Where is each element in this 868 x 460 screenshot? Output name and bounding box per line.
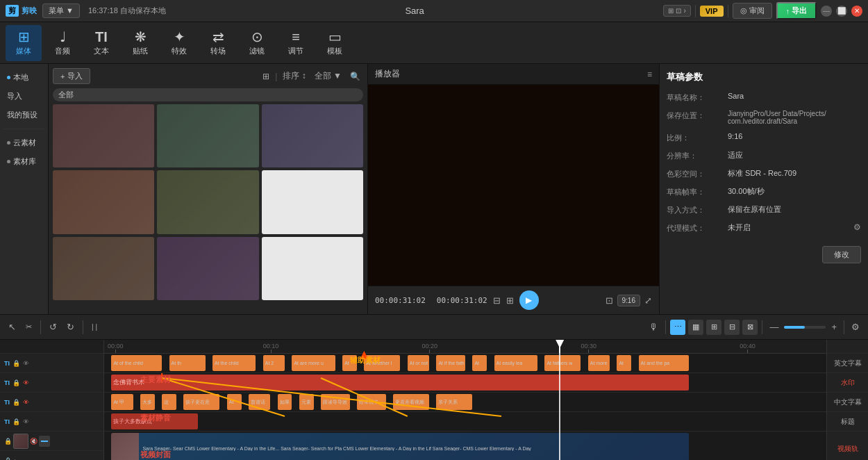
tool-sticker[interactable]: ❋ 贴纸 — [122, 25, 158, 61]
expand-button[interactable]: ⤢ — [644, 295, 652, 306]
play-button[interactable]: ▶ — [519, 290, 539, 310]
tool-effects[interactable]: ✦ 特效 — [161, 25, 197, 61]
param-path-label: 保存位置： — [667, 110, 722, 121]
zoom-slider[interactable] — [784, 326, 826, 329]
clip-1-12[interactable]: At fathers w — [544, 355, 581, 371]
tool-media[interactable]: ⊞ 媒体 — [6, 25, 42, 61]
clip-1-7[interactable]: At whether l — [364, 355, 400, 371]
sidebar-item-library[interactable]: 素材库 — [3, 154, 45, 170]
zoom-in-button[interactable]: + — [828, 320, 840, 334]
tool-text[interactable]: TI 文本 — [83, 25, 119, 61]
clip-3-11[interactable]: 更喜意看视频 — [393, 394, 429, 410]
close-button[interactable]: ✕ — [851, 6, 862, 17]
track-main-icon[interactable]: ▦ — [688, 320, 703, 335]
tool-template[interactable]: ▭ 模板 — [317, 25, 353, 61]
clip-3-7[interactable]: 如果 — [278, 394, 292, 410]
media-thumb-9[interactable] — [262, 237, 363, 300]
clip-1-15[interactable]: At and the pa — [639, 355, 690, 371]
tool-filter[interactable]: ⊙ 滤镜 — [239, 25, 275, 61]
filter-tag-all[interactable]: 全部 — [53, 88, 363, 101]
adjust-label: 调节 — [288, 46, 303, 56]
review-button[interactable]: ◎ 审阅 — [733, 3, 772, 19]
clip-3-12[interactable]: 亲子关系 — [436, 394, 472, 410]
sidebar-item-local[interactable]: 本地 — [3, 69, 45, 85]
clip-3-3[interactable]: 这 — [162, 394, 176, 410]
clip-3-8[interactable]: 元素 — [299, 394, 314, 410]
track-link-icon[interactable]: ⊞ — [706, 320, 721, 335]
maximize-button[interactable]: ⬜ — [836, 6, 847, 17]
clip-1-13[interactable]: At more — [588, 355, 610, 371]
split-button[interactable]: | | — [89, 322, 100, 332]
clip-1-3[interactable]: At the child — [212, 355, 256, 371]
tool-transition[interactable]: ⇄ 转场 — [200, 25, 236, 61]
clip-1-9[interactable]: At if the fath — [436, 355, 465, 371]
voice-record-button[interactable]: 🎙 — [646, 320, 661, 334]
clip-1-10[interactable]: At — [472, 355, 487, 371]
video-clips-strip[interactable]: Sara Seager- Sear CMS Lower Elementary -… — [111, 433, 689, 460]
grid-view-button[interactable]: ⊞ — [260, 70, 272, 83]
clip-1-11[interactable]: At easily lea — [494, 355, 537, 371]
clip-3-10[interactable]: 经常玩了 — [357, 394, 386, 410]
vip-badge[interactable]: VIP — [700, 6, 724, 17]
timeline-tracks-area[interactable]: 00:00 00:10 00:20 00:30 — [104, 340, 826, 460]
filter-all-button[interactable]: 全部 ▼ — [312, 69, 344, 83]
clip-1-2[interactable]: At th — [169, 355, 206, 371]
zoom-out-button[interactable]: — — [767, 320, 781, 334]
video-vol-bar[interactable] — [39, 436, 50, 447]
minimize-button[interactable]: — — [821, 6, 832, 17]
sort-button[interactable]: 排序 ↕ — [280, 69, 308, 83]
text-icon: TI — [95, 30, 108, 44]
media-thumb-5[interactable] — [157, 170, 258, 233]
clip-1-4[interactable]: At 2 — [263, 355, 285, 371]
export-button[interactable]: ↑ 导出 — [776, 2, 817, 19]
cursor-tool[interactable]: ↖ — [6, 320, 19, 334]
media-thumb-4[interactable] — [53, 170, 154, 233]
frame-back-button[interactable]: ⊟ — [493, 295, 501, 306]
track-split-icon[interactable]: ⊟ — [724, 320, 740, 335]
clip-3-6[interactable]: 普谱话 — [249, 394, 270, 410]
ruler-mark-40: 00:40 — [740, 343, 756, 353]
track4-lock: 🔒 — [12, 418, 20, 425]
track-unlink-icon[interactable]: ⊠ — [742, 320, 758, 335]
track-connect-icon[interactable]: ⋯ — [670, 320, 685, 335]
preview-video — [368, 85, 659, 286]
clip-2-main[interactable]: 念佛背书术 — [111, 375, 689, 391]
fullscreen-button[interactable]: ⊡ — [606, 295, 613, 306]
proxy-gear-icon[interactable]: ⚙ — [853, 222, 861, 232]
tool-adjust[interactable]: ≡ 调节 — [278, 25, 314, 61]
media-thumb-3[interactable] — [262, 104, 363, 167]
media-thumb-7[interactable] — [53, 237, 154, 300]
clip-3-5[interactable]: At — [227, 394, 242, 410]
tool-audio[interactable]: ♩ 音频 — [44, 25, 81, 61]
import-button[interactable]: + 导入 — [53, 68, 90, 84]
clip-1-14[interactable]: At — [617, 355, 631, 371]
sidebar-item-import[interactable]: 导入 — [3, 88, 45, 104]
search-button[interactable]: 🔍 — [347, 70, 363, 83]
undo-button[interactable]: ↺ — [47, 320, 60, 334]
sidebar-item-cloud[interactable]: 云素材 — [3, 135, 45, 151]
app-logo: 剪 剪映 — [6, 5, 37, 17]
media-thumb-2[interactable] — [157, 104, 258, 167]
edit-button[interactable]: 修改 — [822, 246, 861, 263]
sidebar-item-preset[interactable]: 我的预设 — [3, 107, 45, 123]
media-thumb-1[interactable] — [53, 104, 154, 167]
clip-3-2[interactable]: 大多 — [140, 394, 155, 410]
clip-1-5[interactable]: At are more u — [292, 355, 335, 371]
menu-button[interactable]: 菜单 ▼ — [42, 3, 80, 18]
blade-tool[interactable]: ✂ — [23, 321, 35, 333]
clip-1-6[interactable]: At — [342, 355, 357, 371]
timeline-toolbar: ↖ ✂ ↺ ↻ | | 🎙 ⋯ ▦ ⊞ ⊟ ⊠ — + ⚙ — [0, 315, 868, 340]
clip-3-1[interactable]: At 甲 — [111, 394, 133, 410]
frame-forward-button[interactable]: ⊞ — [506, 295, 514, 306]
clip-4-1[interactable]: 孩子大多数缺点 — [111, 413, 198, 429]
media-thumb-8[interactable] — [157, 237, 258, 300]
clip-1-8[interactable]: At or not — [408, 355, 429, 371]
settings-button[interactable]: ⚙ — [849, 320, 862, 334]
clip-1-1[interactable]: At of the child — [111, 355, 162, 371]
clip-3-9[interactable]: 跟读导导效 — [321, 394, 350, 410]
media-thumb-6[interactable] — [262, 170, 363, 233]
preview-menu-icon[interactable]: ≡ — [647, 69, 652, 79]
redo-button[interactable]: ↻ — [64, 320, 77, 334]
clip-3-4[interactable]: 孩子更在意 — [183, 394, 219, 410]
param-proxy-value: 未开启 — [728, 222, 848, 233]
